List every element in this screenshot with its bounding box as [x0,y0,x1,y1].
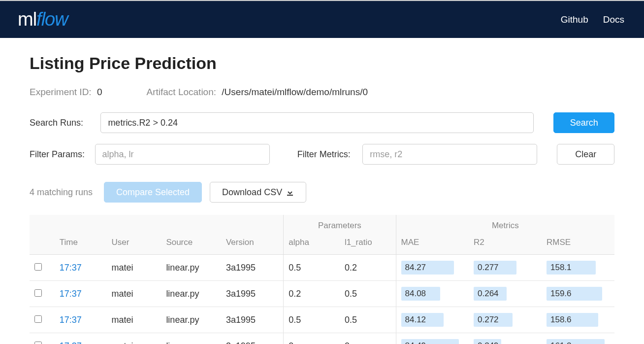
table-row: 17:37mateilinear.py3a19950084.490.249161… [30,333,614,344]
run-user: matei [106,307,161,333]
column-rmse[interactable]: RMSE [542,234,614,255]
search-runs-input[interactable] [100,112,534,133]
run-time-link[interactable]: 17:37 [60,341,82,344]
param-alpha: 0.5 [284,307,340,333]
metric-rmse: 159.6 [542,281,614,307]
metric-r2: 0.249 [469,333,542,344]
column-source[interactable]: Source [161,234,221,255]
filter-params-label: Filter Params: [30,149,85,160]
clear-button[interactable]: Clear [557,144,614,165]
page-title: Listing Price Prediction [30,54,614,73]
experiment-id-label: Experiment ID: [30,87,92,97]
column-group-metrics: Metrics [396,215,614,234]
column-time[interactable]: Time [55,234,107,255]
row-checkbox[interactable] [34,263,42,271]
download-csv-button[interactable]: Download CSV [210,182,306,203]
metric-mae: 84.27 [396,255,469,281]
table-row: 17:37mateilinear.py3a19950.20.584.080.26… [30,281,614,307]
table-row: 17:37mateilinear.py3a19950.50.284.270.27… [30,255,614,281]
nav-links: Github Docs [561,14,624,25]
metric-rmse: 158.6 [542,307,614,333]
row-checkbox[interactable] [34,315,42,323]
navbar: mlflow Github Docs [0,1,644,38]
search-runs-label: Search Runs: [30,118,91,128]
artifact-location-label: Artifact Location: [147,87,217,97]
run-user: matei [106,281,161,307]
metric-r2: 0.272 [469,307,542,333]
run-source: linear.py [161,255,221,281]
metric-mae: 84.08 [396,281,469,307]
column-mae[interactable]: MAE [396,234,469,255]
filter-params-input[interactable] [95,144,270,165]
nav-docs[interactable]: Docs [603,14,624,25]
run-version: 3a1995 [221,281,284,307]
row-checkbox[interactable] [34,342,42,344]
column-group-parameters: Parameters [284,215,396,234]
run-version: 3a1995 [221,307,284,333]
metric-r2: 0.277 [469,255,542,281]
run-time-link[interactable]: 17:37 [60,289,82,299]
run-user: matei [106,255,161,281]
run-source: linear.py [161,307,221,333]
run-version: 3a1995 [221,333,284,344]
metric-rmse: 161.2 [542,333,614,344]
filter-metrics-input[interactable] [362,144,537,165]
column-alpha[interactable]: alpha [284,234,340,255]
column-r2[interactable]: R2 [469,234,542,255]
param-l1ratio: 0.5 [340,281,396,307]
logo: mlflow [18,9,68,30]
experiment-id-value: 0 [97,87,102,97]
param-alpha: 0 [284,333,340,344]
search-button[interactable]: Search [553,112,614,133]
run-user: matei [106,333,161,344]
param-l1ratio: 0.5 [340,307,396,333]
download-csv-label: Download CSV [222,187,282,198]
run-source: linear.py [161,281,221,307]
artifact-location-value: /Users/matei/mlflow/demo/mlruns/0 [222,87,368,97]
run-source: linear.py [161,333,221,344]
runs-table: Parameters Metrics Time User Source Vers… [30,215,614,344]
filter-metrics-label: Filter Metrics: [297,149,353,160]
param-alpha: 0.2 [284,281,340,307]
row-checkbox[interactable] [34,289,42,297]
experiment-meta: Experiment ID: 0 Artifact Location: /Use… [30,87,614,98]
download-icon [286,188,294,196]
param-alpha: 0.5 [284,255,340,281]
metric-rmse: 158.1 [542,255,614,281]
table-row: 17:37mateilinear.py3a19950.50.584.120.27… [30,307,614,333]
metric-mae: 84.49 [396,333,469,344]
column-version[interactable]: Version [221,234,284,255]
run-time-link[interactable]: 17:37 [60,263,82,273]
metric-mae: 84.12 [396,307,469,333]
compare-selected-button[interactable]: Compare Selected [104,182,202,203]
nav-github[interactable]: Github [561,14,588,25]
param-l1ratio: 0 [340,333,396,344]
matching-runs-count: 4 matching runs [30,187,96,198]
metric-r2: 0.264 [469,281,542,307]
run-time-link[interactable]: 17:37 [60,315,82,325]
column-user[interactable]: User [106,234,161,255]
run-version: 3a1995 [221,255,284,281]
param-l1ratio: 0.2 [340,255,396,281]
column-l1ratio[interactable]: l1_ratio [340,234,396,255]
